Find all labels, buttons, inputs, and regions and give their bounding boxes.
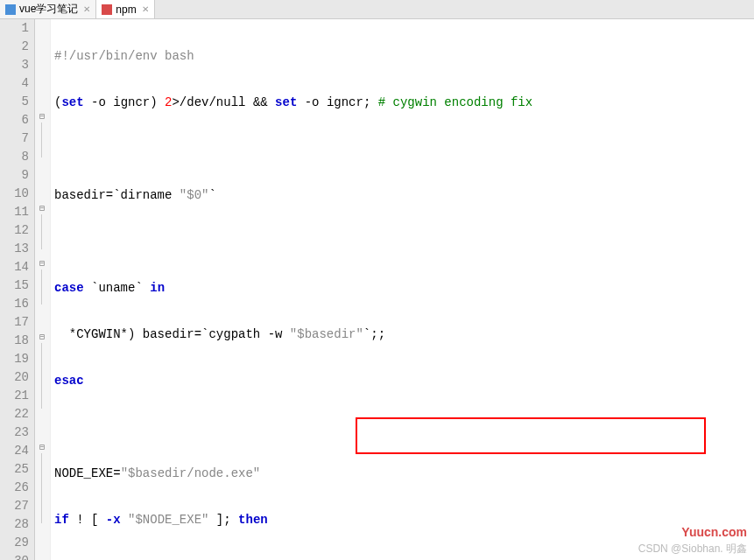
tab-vue[interactable]: vue学习笔记 ✕: [0, 0, 96, 18]
tab-label: vue学习笔记: [19, 2, 78, 17]
file-icon: [102, 4, 112, 15]
watermark-csdn: CSDN @Siobhan. 明鑫: [638, 542, 747, 556]
fold-toggle-icon[interactable]: ⊟: [37, 203, 47, 214]
line-number-gutter: 1 2 3 4 5 6 7 8 9 10 11 12 13 14 15 16 1…: [0, 19, 35, 560]
fold-toggle-icon[interactable]: ⊟: [37, 332, 47, 342]
tab-label: npm: [116, 4, 136, 16]
code-area[interactable]: #!/usr/bin/env bash (set -o igncr) 2>/de…: [51, 19, 754, 560]
tab-npm[interactable]: npm ✕: [96, 0, 154, 18]
fold-gutter[interactable]: ⊟ ⊟ ⊟ ⊟ ⊟: [35, 19, 51, 560]
code-editor[interactable]: 1 2 3 4 5 6 7 8 9 10 11 12 13 14 15 16 1…: [0, 19, 754, 560]
fold-toggle-icon[interactable]: ⊟: [37, 258, 47, 269]
close-icon[interactable]: ✕: [83, 4, 90, 14]
close-icon[interactable]: ✕: [142, 4, 149, 14]
fold-toggle-icon[interactable]: ⊟: [37, 111, 47, 122]
fold-toggle-icon[interactable]: ⊟: [37, 442, 47, 452]
tab-bar: vue学习笔记 ✕ npm ✕: [0, 0, 754, 19]
file-icon: [5, 4, 16, 15]
watermark: Yuucn.com: [681, 525, 747, 539]
